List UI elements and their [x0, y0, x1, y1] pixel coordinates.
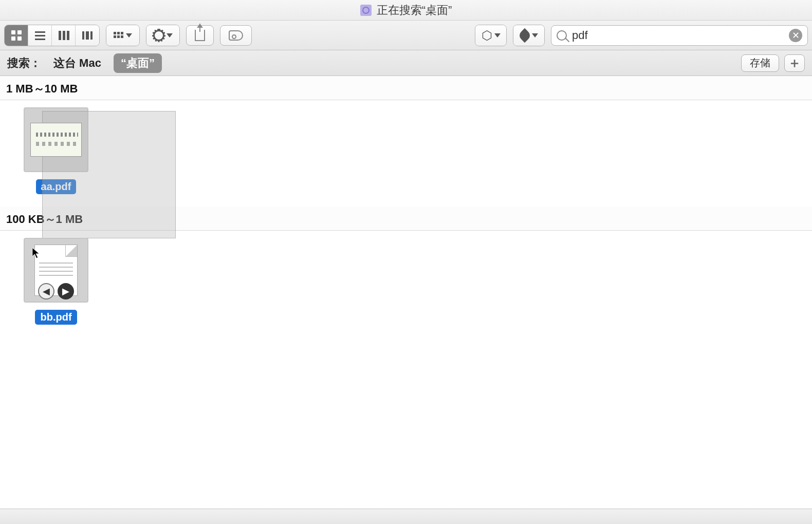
- plus-icon: ＋: [788, 54, 801, 72]
- share-button[interactable]: [186, 25, 214, 46]
- pdf-preview-icon: [30, 123, 82, 157]
- scope-this-mac[interactable]: 这台 Mac: [50, 53, 104, 73]
- column-view-icon: [58, 29, 70, 42]
- group-row: aa.pdf: [0, 100, 812, 207]
- view-icon-button[interactable]: [5, 25, 28, 46]
- chevron-down-icon: [167, 33, 173, 38]
- toolbar: ⬡ ✕: [0, 21, 812, 50]
- preview-nav-arrows: ◀ ▶: [38, 283, 74, 300]
- file-thumbnail: ◀ ▶: [24, 238, 88, 303]
- action-dropdown[interactable]: [146, 25, 180, 46]
- save-search-button[interactable]: 存储: [741, 54, 779, 72]
- arrange-dropdown[interactable]: [106, 25, 140, 46]
- file-thumbnail: [24, 107, 88, 172]
- preview-prev-icon: ◀: [38, 283, 54, 300]
- leaf-icon: [518, 28, 532, 42]
- results-area[interactable]: 1 MB～10 MB aa.pdf 100 KB～1 MB ◀ ▶ bb.pdf: [0, 76, 812, 509]
- window-title: 正在搜索“桌面”: [377, 3, 452, 18]
- scope-desktop[interactable]: “桌面”: [114, 53, 162, 73]
- file-name-label: aa.pdf: [36, 179, 77, 194]
- file-name-label: bb.pdf: [35, 310, 77, 325]
- preview-next-icon: ▶: [58, 283, 74, 300]
- group-header: 100 KB～1 MB: [0, 207, 812, 231]
- tags-button[interactable]: [220, 25, 252, 46]
- share-icon: [195, 30, 205, 41]
- save-search-label: 存储: [750, 56, 770, 70]
- search-scope-bar: 搜索： 这台 Mac “桌面” 存储 ＋: [0, 50, 812, 76]
- view-column-button[interactable]: [52, 25, 76, 46]
- gear-icon: [153, 30, 164, 41]
- file-item[interactable]: aa.pdf: [23, 107, 89, 194]
- dropbox-icon: ⬡: [482, 28, 492, 43]
- arrange-icon: [114, 32, 124, 39]
- search-field[interactable]: ✕: [551, 25, 808, 46]
- clear-search-button[interactable]: ✕: [789, 29, 802, 42]
- chevron-down-icon: [126, 33, 132, 38]
- list-view-icon: [34, 29, 46, 42]
- status-bar: [0, 509, 812, 524]
- search-icon: [557, 30, 567, 41]
- scope-label: 搜索：: [7, 55, 41, 71]
- search-input[interactable]: [572, 29, 784, 42]
- chevron-down-icon: [532, 33, 538, 38]
- chevron-down-icon: [494, 33, 501, 38]
- view-list-button[interactable]: [28, 25, 52, 46]
- icon-view-icon: [10, 29, 23, 42]
- group-header: 1 MB～10 MB: [0, 76, 812, 100]
- leaf-dropdown[interactable]: [513, 25, 545, 46]
- dropbox-dropdown[interactable]: ⬡: [475, 25, 507, 46]
- view-mode-group: [4, 25, 100, 46]
- window-titlebar: 正在搜索“桌面”: [0, 0, 812, 21]
- view-gallery-button[interactable]: [76, 25, 99, 46]
- add-criteria-button[interactable]: ＋: [784, 54, 805, 72]
- pdf-preview-icon: ◀ ▶: [34, 245, 78, 296]
- gallery-view-icon: [81, 29, 94, 42]
- smart-folder-icon: [360, 5, 372, 16]
- tag-icon: [229, 30, 243, 41]
- file-item[interactable]: ◀ ▶ bb.pdf: [23, 238, 89, 325]
- group-row: ◀ ▶ bb.pdf: [0, 231, 812, 337]
